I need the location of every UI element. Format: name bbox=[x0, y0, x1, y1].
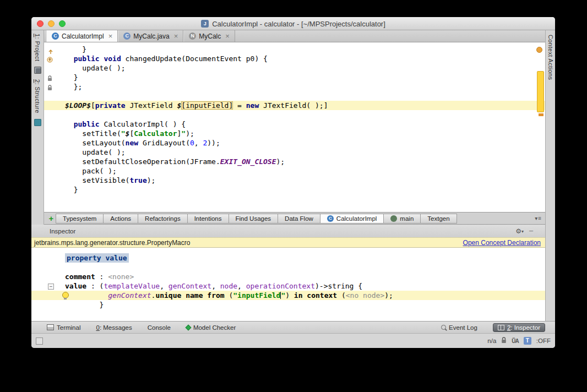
editor-tab-mycalc[interactable]: NMyCalc× bbox=[183, 30, 235, 42]
code-token[interactable]: private bbox=[95, 101, 126, 110]
code-token[interactable]: } bbox=[65, 301, 104, 309]
code-token[interactable]: " bbox=[181, 129, 186, 138]
tab-refactorings[interactable]: Refactorings bbox=[138, 214, 188, 224]
error-stripe-indicator[interactable] bbox=[536, 47, 542, 53]
editor-tab-mycalc-java[interactable]: CMyCalc.java× bbox=[118, 30, 183, 42]
code-token[interactable]: "inputField bbox=[233, 291, 280, 300]
statusbar-console[interactable]: Console bbox=[148, 324, 171, 331]
code-token[interactable]: true bbox=[129, 176, 146, 184]
code-line[interactable]: update( ); bbox=[44, 148, 545, 157]
code-line[interactable]: setLayout(new GridLayout(0, 2)); bbox=[44, 138, 545, 148]
code-token[interactable]: setTitle( bbox=[65, 129, 121, 138]
code-token[interactable]: new bbox=[126, 139, 138, 147]
code-line[interactable]: update( ); bbox=[44, 63, 545, 73]
code-token[interactable]: comment bbox=[65, 273, 95, 281]
code-token[interactable]: public bbox=[74, 120, 100, 128]
code-token[interactable]: EXIT_ON_CLOSE bbox=[220, 157, 276, 166]
statusbar-0-messages[interactable]: 0: Messages bbox=[96, 324, 132, 331]
gear-icon[interactable]: ⚙▾ bbox=[515, 227, 524, 235]
scrollbar-thumb[interactable] bbox=[537, 71, 544, 112]
code-token[interactable]: in context bbox=[294, 291, 337, 300]
code-token[interactable]: <none> bbox=[108, 273, 134, 281]
code-line[interactable]: setVisible(true); bbox=[44, 176, 545, 185]
code-token[interactable]: ( bbox=[225, 291, 233, 300]
code-token[interactable]: genContext bbox=[108, 291, 151, 300]
code-token[interactable]: void bbox=[104, 55, 121, 63]
code-line[interactable]: public void changedUpdate(DocumentEvent … bbox=[44, 54, 545, 63]
code-token[interactable]: property value bbox=[65, 253, 129, 263]
code-token[interactable]: update( ); bbox=[65, 148, 126, 156]
error-stripe-mark[interactable] bbox=[539, 113, 543, 116]
code-token[interactable]: ] bbox=[324, 101, 328, 110]
statusbar-event-log[interactable]: Event Log bbox=[441, 324, 477, 331]
code-token[interactable]: " bbox=[121, 129, 126, 138]
code-token[interactable]: , bbox=[194, 139, 203, 147]
code-line[interactable]: $LOOP$[private JTextField $[inputField] … bbox=[44, 101, 545, 110]
code-token[interactable] bbox=[65, 120, 74, 128]
tab-actions[interactable]: Actions bbox=[103, 214, 138, 224]
code-token[interactable]: JTextField bbox=[126, 101, 177, 110]
code-token[interactable]: CalculatorImpl( ) { bbox=[100, 120, 186, 128]
tab-calculatorimpl[interactable]: CCalculatorImpl bbox=[320, 214, 384, 224]
code-token[interactable]: : bbox=[95, 273, 108, 281]
code-token[interactable]: , bbox=[160, 282, 169, 290]
code-token[interactable]: GridLayout( bbox=[138, 139, 190, 147]
caret-position[interactable]: n/a bbox=[487, 337, 496, 344]
code-token[interactable]: , bbox=[211, 282, 220, 290]
code-token[interactable]: pack( ); bbox=[65, 167, 117, 175]
code-line[interactable]: } bbox=[44, 45, 545, 54]
override-marker-icon[interactable] bbox=[47, 55, 53, 65]
statusbar-2-inspector[interactable]: 2: Inspector bbox=[493, 323, 545, 332]
code-token[interactable]: } bbox=[65, 45, 86, 53]
code-line[interactable]: } bbox=[31, 300, 545, 309]
hide-panel-icon[interactable]: ─ bbox=[529, 228, 533, 234]
code-token[interactable]: new bbox=[246, 101, 259, 110]
code-line[interactable]: comment : <none> bbox=[31, 272, 545, 281]
code-token[interactable]: ) bbox=[285, 291, 294, 300]
code-token[interactable]: , bbox=[237, 282, 246, 290]
code-token[interactable]: <no node> bbox=[346, 291, 384, 300]
code-token[interactable]: $LOOP$ bbox=[65, 101, 91, 110]
code-token[interactable]: ); bbox=[384, 291, 393, 300]
code-token[interactable]: [inputField] bbox=[181, 101, 233, 110]
encoding-icon[interactable]: ŬA bbox=[512, 338, 518, 344]
code-line[interactable]: }; bbox=[44, 82, 545, 91]
inspector-editor[interactable]: property value comment : <none>value : (… bbox=[31, 248, 545, 321]
code-token[interactable]: setDefaultCloseOperation(JFrame. bbox=[65, 157, 220, 166]
code-token[interactable]: )->string { bbox=[315, 282, 362, 290]
tab-textgen[interactable]: Textgen bbox=[420, 214, 456, 224]
code-token[interactable]: JTextField( ); bbox=[259, 101, 323, 110]
code-token[interactable]: node bbox=[220, 282, 237, 290]
code-line[interactable]: public CalculatorImpl( ) { bbox=[44, 119, 545, 129]
close-icon[interactable]: × bbox=[174, 32, 178, 40]
code-token[interactable]: public bbox=[74, 55, 100, 63]
tab-data-flow[interactable]: Data Flow bbox=[278, 214, 320, 224]
toolwindow-icon[interactable] bbox=[34, 119, 41, 126]
tab-intentions[interactable]: Intentions bbox=[187, 214, 229, 224]
code-token[interactable] bbox=[65, 55, 74, 63]
titlebar[interactable]: J CalculatorImpl - calculator - [~/MPSPr… bbox=[31, 17, 555, 30]
close-icon[interactable]: × bbox=[225, 32, 230, 40]
tab-typesystem[interactable]: Typesystem bbox=[56, 214, 104, 224]
tab-main[interactable]: main bbox=[383, 214, 421, 224]
intention-bulb-icon[interactable] bbox=[62, 292, 69, 298]
statusbar-terminal[interactable]: Terminal bbox=[47, 324, 80, 331]
code-token[interactable]: unique name from bbox=[155, 291, 224, 300]
code-token[interactable]: ); bbox=[186, 129, 194, 138]
toolwindow-button-structure[interactable]: 2: Structure bbox=[34, 79, 41, 113]
tab-find-usages[interactable]: Find Usages bbox=[229, 214, 279, 224]
code-line[interactable] bbox=[44, 110, 545, 119]
code-line[interactable]: setTitle("$[Calculator]"); bbox=[44, 129, 545, 138]
readonly-lock-icon[interactable] bbox=[501, 337, 507, 345]
code-token[interactable]: )); bbox=[207, 139, 220, 147]
close-icon[interactable]: × bbox=[108, 32, 113, 40]
code-line[interactable]: genContext.unique name from ("inputField… bbox=[31, 291, 545, 300]
code-token[interactable]: setLayout( bbox=[65, 139, 126, 147]
code-token[interactable]: update( ); bbox=[65, 64, 126, 72]
add-aspect-button[interactable]: + bbox=[46, 214, 56, 223]
code-token[interactable]: value bbox=[65, 282, 86, 290]
hidden-tabs-dropdown-icon[interactable]: ▾≡ bbox=[535, 215, 542, 221]
code-token[interactable]: }; bbox=[65, 83, 82, 91]
code-token[interactable]: ( bbox=[337, 291, 346, 300]
code-line[interactable]: pack( ); bbox=[44, 166, 545, 176]
